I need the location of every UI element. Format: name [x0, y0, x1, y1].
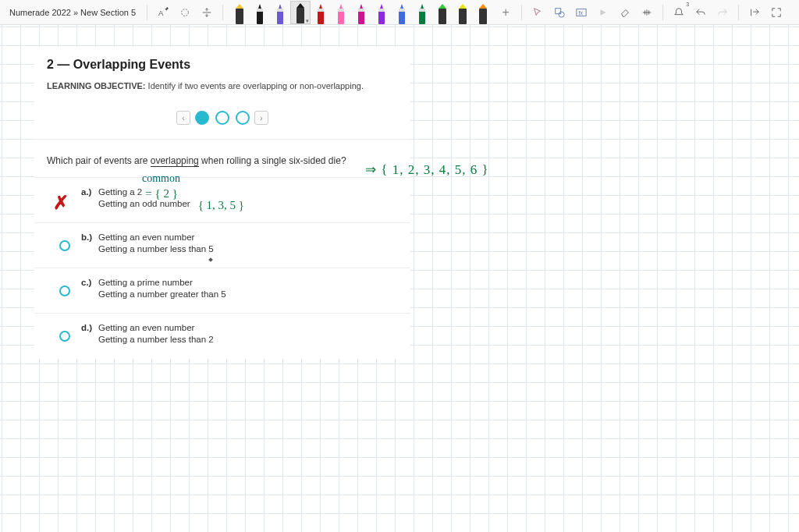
undo-icon[interactable]: [691, 3, 710, 22]
toolbar: Numerade 2022 » New Section 5 A ▾ + fx 3: [0, 0, 799, 25]
pager-dot-3[interactable]: [236, 111, 250, 125]
radio-button[interactable]: [59, 240, 70, 251]
option-a[interactable]: ✗a.)Getting a 2 = { 2 }Getting an odd nu…: [34, 178, 410, 223]
option-c[interactable]: c.)Getting a prime numberGetting a numbe…: [34, 268, 410, 314]
svg-rect-22: [479, 9, 487, 24]
eraser-icon[interactable]: [616, 3, 634, 22]
add-pen-icon[interactable]: +: [496, 3, 515, 22]
ruler-icon[interactable]: [637, 3, 656, 22]
svg-rect-19: [419, 9, 425, 12]
svg-rect-9: [318, 9, 324, 12]
radio-button[interactable]: [59, 286, 70, 296]
svg-rect-13: [358, 9, 364, 12]
svg-rect-2: [236, 9, 243, 24]
svg-rect-20: [439, 9, 446, 24]
ink-to-shape-icon[interactable]: [550, 3, 569, 22]
lasso-icon[interactable]: [176, 3, 194, 22]
insert-space-icon[interactable]: [197, 3, 216, 22]
pen-4[interactable]: [311, 1, 331, 24]
pen-0[interactable]: [229, 1, 250, 24]
learning-objective: LEARNING OBJECTIVE: Identify if two even…: [47, 81, 398, 90]
pen-10[interactable]: [432, 1, 453, 24]
redo-icon[interactable]: [713, 3, 732, 22]
canvas[interactable]: 2 — Overlapping Events LEARNING OBJECTIV…: [0, 25, 799, 532]
svg-rect-23: [556, 8, 561, 13]
share-icon[interactable]: [745, 3, 764, 22]
pen-5[interactable]: [331, 1, 351, 24]
separator: [147, 5, 147, 20]
radio-button[interactable]: [59, 331, 70, 342]
svg-rect-4: [257, 9, 263, 12]
ink-replay-icon[interactable]: [594, 3, 613, 22]
svg-text:A: A: [158, 8, 164, 16]
svg-text:fx: fx: [579, 9, 584, 15]
text-tool-icon[interactable]: A: [154, 3, 172, 22]
ink-to-math-icon[interactable]: fx: [572, 3, 591, 22]
question-card: 2 — Overlapping Events LEARNING OBJECTIV…: [34, 47, 410, 359]
separator: [662, 5, 663, 20]
pager-dot-2[interactable]: [215, 111, 229, 125]
svg-rect-21: [459, 9, 467, 24]
separator: [222, 5, 223, 20]
pen-7[interactable]: [371, 1, 392, 24]
pen-6[interactable]: [351, 1, 371, 24]
svg-rect-7: [297, 8, 304, 23]
svg-point-24: [559, 12, 564, 17]
svg-rect-15: [378, 9, 385, 12]
notifications-icon[interactable]: 3: [669, 3, 688, 22]
svg-rect-17: [399, 9, 405, 12]
svg-rect-6: [277, 9, 283, 12]
pager-next[interactable]: ›: [254, 111, 268, 125]
pen-8[interactable]: [392, 1, 412, 24]
fullscreen-icon[interactable]: [767, 3, 786, 22]
option-b[interactable]: b.)Getting an even numberGetting a numbe…: [34, 223, 410, 268]
pen-3[interactable]: ▾: [290, 1, 311, 24]
svg-point-1: [182, 9, 189, 16]
breadcrumb[interactable]: Numerade 2022 » New Section 5: [5, 8, 140, 17]
separator: [521, 5, 522, 20]
option-d[interactable]: d.)Getting an even numberGetting a numbe…: [34, 314, 410, 359]
card-title: 2 — Overlapping Events: [47, 58, 398, 72]
pager-prev[interactable]: ‹: [176, 111, 190, 125]
x-mark-icon: ✗: [53, 192, 69, 214]
options-list: ✗a.)Getting a 2 = { 2 }Getting an odd nu…: [34, 178, 410, 359]
pen-1[interactable]: [250, 1, 270, 24]
svg-rect-11: [338, 9, 344, 12]
pager-dot-1[interactable]: [195, 111, 209, 125]
pager: ‹ ›: [34, 98, 410, 140]
pen-2[interactable]: [270, 1, 290, 24]
separator: [738, 5, 739, 20]
pointer-icon[interactable]: [528, 3, 547, 22]
pen-palette: ▾: [229, 1, 493, 24]
question-text: Which pair of events are overlapping whe…: [34, 140, 410, 178]
pen-11[interactable]: [453, 1, 473, 24]
pen-12[interactable]: [473, 1, 493, 24]
pen-9[interactable]: [412, 1, 432, 24]
